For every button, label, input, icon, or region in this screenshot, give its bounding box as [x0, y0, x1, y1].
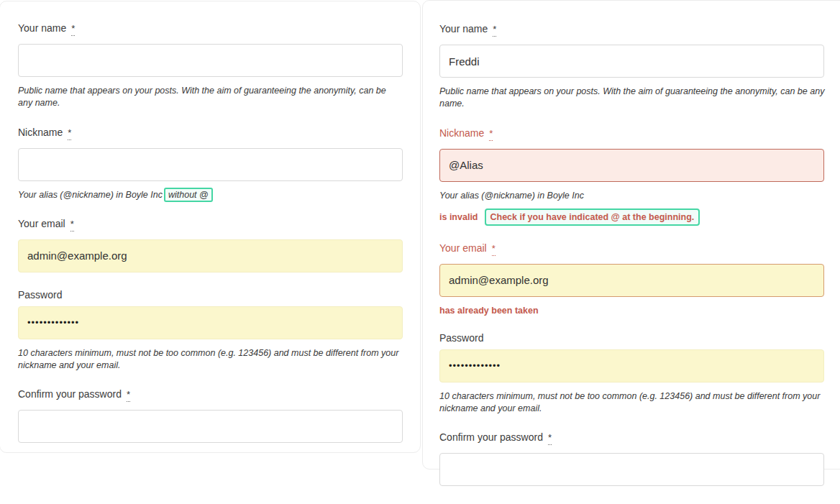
- password-field: Password 10 characters minimum, must not…: [439, 332, 836, 416]
- confirm-password-label-text: Confirm your password: [18, 388, 122, 400]
- confirm-password-field: Confirm your password*: [18, 388, 403, 443]
- confirm-password-label-text: Confirm your password: [439, 431, 543, 443]
- password-input[interactable]: [18, 306, 403, 339]
- annotation-highlight-box: without @: [164, 188, 213, 202]
- required-asterisk: *: [70, 219, 74, 232]
- required-asterisk: *: [489, 128, 493, 141]
- email-label: Your email*: [18, 218, 403, 230]
- nickname-label-text: Nickname: [18, 127, 63, 138]
- nickname-field: Nickname* Your alias (@nickname) in Boyl…: [18, 127, 403, 201]
- name-input[interactable]: [18, 44, 403, 77]
- email-input[interactable]: [18, 239, 403, 272]
- nickname-input[interactable]: [18, 148, 403, 181]
- password-field: Password 10 characters minimum, must not…: [18, 289, 403, 372]
- nickname-label: Nickname*: [18, 127, 403, 139]
- email-field: Your email* has already been taken: [439, 242, 836, 316]
- name-label-text: Your name: [439, 23, 488, 35]
- required-asterisk: *: [71, 23, 75, 36]
- name-label: Your name*: [18, 22, 403, 35]
- name-label: Your name*: [439, 23, 836, 35]
- password-label-text: Password: [18, 289, 62, 301]
- password-label: Password: [18, 289, 403, 301]
- email-label-text: Your email: [439, 242, 487, 254]
- password-help-text: 10 characters minimum, must not be too c…: [18, 347, 403, 372]
- nickname-help-prefix: Your alias (@nickname) in Boyle Inc: [18, 190, 163, 200]
- confirm-password-label: Confirm your password*: [439, 431, 836, 444]
- confirm-password-field: Confirm your password*: [439, 431, 836, 486]
- signup-form-errors-panel: Your name* Public name that appears on y…: [422, 0, 840, 469]
- nickname-error-prefix: is invalid: [439, 212, 478, 222]
- nickname-help-text: Your alias (@nickname) in Boyle Inc: [439, 190, 830, 202]
- nickname-field: Nickname* Your alias (@nickname) in Boyl…: [439, 127, 836, 226]
- nickname-label-text: Nickname: [439, 127, 484, 139]
- name-field: Your name* Public name that appears on y…: [18, 22, 403, 110]
- password-label: Password: [439, 332, 836, 344]
- required-asterisk: *: [492, 243, 496, 256]
- name-field: Your name* Public name that appears on y…: [439, 23, 836, 111]
- name-help-text: Public name that appears on your posts. …: [439, 86, 830, 111]
- password-help-text: 10 characters minimum, must not be too c…: [439, 390, 830, 416]
- nickname-help-text: Your alias (@nickname) in Boyle Incwitho…: [18, 189, 403, 201]
- password-input[interactable]: [439, 349, 824, 382]
- name-input[interactable]: [439, 45, 824, 78]
- signup-form-empty-panel: Your name* Public name that appears on y…: [0, 1, 421, 453]
- password-label-text: Password: [439, 332, 483, 344]
- required-asterisk: *: [68, 127, 71, 140]
- name-label-text: Your name: [18, 22, 66, 34]
- confirm-password-input[interactable]: [18, 410, 403, 443]
- email-field: Your email*: [18, 218, 403, 272]
- required-asterisk: *: [493, 24, 496, 37]
- nickname-label: Nickname*: [439, 127, 836, 139]
- annotation-highlight-box: Check if you have indicated @ at the beg…: [485, 209, 700, 226]
- email-error-message: has already been taken: [439, 306, 836, 316]
- email-label: Your email*: [439, 242, 836, 255]
- confirm-password-label: Confirm your password*: [18, 388, 403, 400]
- name-help-text: Public name that appears on your posts. …: [18, 85, 403, 110]
- nickname-input[interactable]: [439, 149, 824, 182]
- email-input[interactable]: [439, 264, 824, 297]
- email-label-text: Your email: [18, 218, 65, 229]
- confirm-password-input[interactable]: [439, 453, 824, 486]
- required-asterisk: *: [127, 389, 130, 402]
- nickname-error-message: is invalidCheck if you have indicated @ …: [439, 209, 836, 226]
- required-asterisk: *: [548, 432, 552, 445]
